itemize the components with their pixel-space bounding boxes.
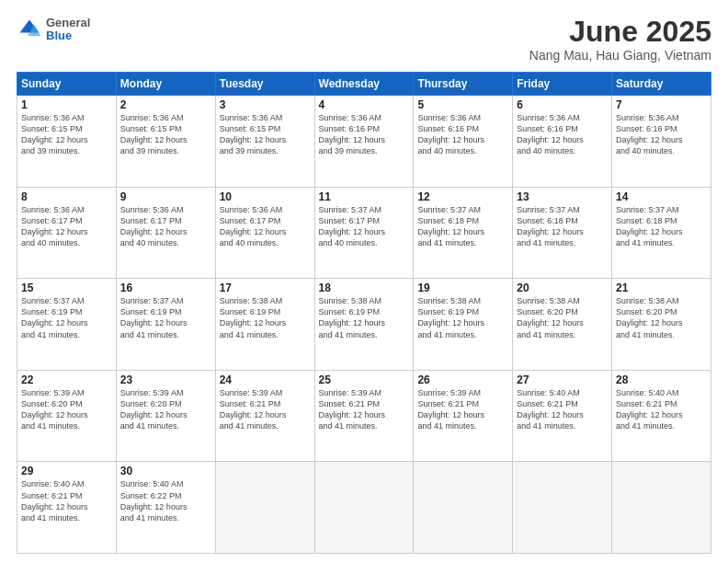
day-info: Sunrise: 5:38 AM Sunset: 6:20 PM Dayligh… bbox=[517, 295, 608, 340]
day-number: 21 bbox=[616, 282, 707, 294]
calendar-cell bbox=[414, 462, 513, 554]
calendar-cell: 3Sunrise: 5:36 AM Sunset: 6:15 PM Daylig… bbox=[215, 96, 314, 188]
calendar-cell: 13Sunrise: 5:37 AM Sunset: 6:18 PM Dayli… bbox=[513, 187, 612, 279]
day-number: 10 bbox=[220, 190, 311, 203]
day-number: 18 bbox=[319, 282, 410, 294]
day-info: Sunrise: 5:39 AM Sunset: 6:21 PM Dayligh… bbox=[417, 387, 508, 432]
day-number: 23 bbox=[120, 373, 211, 386]
day-info: Sunrise: 5:36 AM Sunset: 6:17 PM Dayligh… bbox=[120, 204, 211, 249]
calendar-cell: 9Sunrise: 5:36 AM Sunset: 6:17 PM Daylig… bbox=[116, 187, 215, 279]
day-number: 8 bbox=[21, 190, 112, 203]
weekday-header-wednesday: Wednesday bbox=[314, 73, 414, 96]
weekday-header-thursday: Thursday bbox=[414, 73, 513, 96]
day-info: Sunrise: 5:39 AM Sunset: 6:20 PM Dayligh… bbox=[21, 387, 112, 432]
calendar-cell: 17Sunrise: 5:38 AM Sunset: 6:19 PM Dayli… bbox=[215, 279, 314, 371]
header: General Blue June 2025 Nang Mau, Hau Gia… bbox=[17, 17, 711, 63]
calendar-table: SundayMondayTuesdayWednesdayThursdayFrid… bbox=[17, 72, 711, 554]
day-info: Sunrise: 5:36 AM Sunset: 6:15 PM Dayligh… bbox=[120, 112, 211, 157]
calendar-cell: 22Sunrise: 5:39 AM Sunset: 6:20 PM Dayli… bbox=[17, 370, 117, 462]
weekday-header-saturday: Saturday bbox=[612, 73, 711, 96]
day-number: 3 bbox=[220, 98, 311, 111]
logo-blue: Blue bbox=[46, 29, 90, 42]
day-info: Sunrise: 5:37 AM Sunset: 6:18 PM Dayligh… bbox=[417, 204, 508, 249]
calendar-cell bbox=[612, 462, 711, 554]
day-info: Sunrise: 5:39 AM Sunset: 6:21 PM Dayligh… bbox=[319, 387, 410, 432]
weekday-header-row: SundayMondayTuesdayWednesdayThursdayFrid… bbox=[17, 73, 711, 96]
day-number: 7 bbox=[616, 98, 707, 111]
day-info: Sunrise: 5:38 AM Sunset: 6:19 PM Dayligh… bbox=[220, 295, 311, 340]
page: General Blue June 2025 Nang Mau, Hau Gia… bbox=[0, 0, 728, 563]
day-number: 4 bbox=[319, 98, 410, 111]
day-number: 12 bbox=[417, 190, 508, 203]
calendar-cell: 26Sunrise: 5:39 AM Sunset: 6:21 PM Dayli… bbox=[414, 370, 513, 462]
header-right: June 2025 Nang Mau, Hau Giang, Vietnam bbox=[529, 17, 711, 63]
logo: General Blue bbox=[17, 17, 90, 43]
calendar-cell: 24Sunrise: 5:39 AM Sunset: 6:21 PM Dayli… bbox=[215, 370, 314, 462]
day-number: 2 bbox=[120, 98, 211, 111]
calendar-cell bbox=[215, 462, 314, 554]
calendar-cell: 11Sunrise: 5:37 AM Sunset: 6:17 PM Dayli… bbox=[314, 187, 414, 279]
calendar-week-row: 29Sunrise: 5:40 AM Sunset: 6:21 PM Dayli… bbox=[17, 462, 711, 554]
calendar-cell: 23Sunrise: 5:39 AM Sunset: 6:20 PM Dayli… bbox=[116, 370, 215, 462]
calendar-cell: 29Sunrise: 5:40 AM Sunset: 6:21 PM Dayli… bbox=[17, 462, 117, 554]
day-info: Sunrise: 5:36 AM Sunset: 6:15 PM Dayligh… bbox=[21, 112, 112, 157]
calendar-cell: 7Sunrise: 5:36 AM Sunset: 6:16 PM Daylig… bbox=[612, 96, 711, 188]
day-number: 22 bbox=[21, 373, 112, 386]
calendar-title: June 2025 bbox=[529, 17, 711, 46]
day-info: Sunrise: 5:40 AM Sunset: 6:21 PM Dayligh… bbox=[616, 387, 707, 432]
day-number: 14 bbox=[616, 190, 707, 203]
calendar-week-row: 8Sunrise: 5:36 AM Sunset: 6:17 PM Daylig… bbox=[17, 187, 711, 279]
day-info: Sunrise: 5:36 AM Sunset: 6:17 PM Dayligh… bbox=[21, 204, 112, 249]
day-info: Sunrise: 5:38 AM Sunset: 6:19 PM Dayligh… bbox=[319, 295, 410, 340]
day-number: 24 bbox=[220, 373, 311, 386]
calendar-cell: 4Sunrise: 5:36 AM Sunset: 6:16 PM Daylig… bbox=[314, 96, 414, 188]
calendar-cell: 8Sunrise: 5:36 AM Sunset: 6:17 PM Daylig… bbox=[17, 187, 117, 279]
day-number: 26 bbox=[417, 373, 508, 386]
calendar-week-row: 1Sunrise: 5:36 AM Sunset: 6:15 PM Daylig… bbox=[17, 96, 711, 188]
day-info: Sunrise: 5:36 AM Sunset: 6:16 PM Dayligh… bbox=[517, 112, 608, 157]
calendar-cell: 2Sunrise: 5:36 AM Sunset: 6:15 PM Daylig… bbox=[116, 96, 215, 188]
day-number: 13 bbox=[517, 190, 608, 203]
day-number: 15 bbox=[21, 282, 112, 294]
day-info: Sunrise: 5:37 AM Sunset: 6:19 PM Dayligh… bbox=[21, 295, 112, 340]
day-info: Sunrise: 5:36 AM Sunset: 6:15 PM Dayligh… bbox=[220, 112, 311, 157]
day-number: 27 bbox=[517, 373, 608, 386]
weekday-header-tuesday: Tuesday bbox=[215, 73, 314, 96]
calendar-cell: 30Sunrise: 5:40 AM Sunset: 6:22 PM Dayli… bbox=[116, 462, 215, 554]
day-info: Sunrise: 5:36 AM Sunset: 6:17 PM Dayligh… bbox=[220, 204, 311, 249]
day-number: 5 bbox=[417, 98, 508, 111]
day-info: Sunrise: 5:39 AM Sunset: 6:20 PM Dayligh… bbox=[120, 387, 211, 432]
day-info: Sunrise: 5:37 AM Sunset: 6:19 PM Dayligh… bbox=[120, 295, 211, 340]
calendar-cell: 18Sunrise: 5:38 AM Sunset: 6:19 PM Dayli… bbox=[314, 279, 414, 371]
day-info: Sunrise: 5:39 AM Sunset: 6:21 PM Dayligh… bbox=[220, 387, 311, 432]
calendar-cell: 1Sunrise: 5:36 AM Sunset: 6:15 PM Daylig… bbox=[17, 96, 117, 188]
calendar-cell: 6Sunrise: 5:36 AM Sunset: 6:16 PM Daylig… bbox=[513, 96, 612, 188]
calendar-cell: 25Sunrise: 5:39 AM Sunset: 6:21 PM Dayli… bbox=[314, 370, 414, 462]
calendar-cell: 20Sunrise: 5:38 AM Sunset: 6:20 PM Dayli… bbox=[513, 279, 612, 371]
day-number: 30 bbox=[120, 465, 211, 477]
day-info: Sunrise: 5:36 AM Sunset: 6:16 PM Dayligh… bbox=[616, 112, 707, 157]
day-info: Sunrise: 5:36 AM Sunset: 6:16 PM Dayligh… bbox=[417, 112, 508, 157]
day-number: 25 bbox=[319, 373, 410, 386]
day-number: 20 bbox=[517, 282, 608, 294]
day-number: 29 bbox=[21, 465, 112, 477]
day-number: 19 bbox=[417, 282, 508, 294]
day-number: 28 bbox=[616, 373, 707, 386]
day-number: 1 bbox=[21, 98, 112, 111]
weekday-header-monday: Monday bbox=[116, 73, 215, 96]
calendar-cell: 28Sunrise: 5:40 AM Sunset: 6:21 PM Dayli… bbox=[612, 370, 711, 462]
logo-general: General bbox=[46, 17, 90, 29]
day-info: Sunrise: 5:37 AM Sunset: 6:18 PM Dayligh… bbox=[616, 204, 707, 249]
calendar-cell bbox=[513, 462, 612, 554]
calendar-cell: 10Sunrise: 5:36 AM Sunset: 6:17 PM Dayli… bbox=[215, 187, 314, 279]
logo-icon bbox=[17, 17, 42, 42]
day-info: Sunrise: 5:40 AM Sunset: 6:21 PM Dayligh… bbox=[517, 387, 608, 432]
day-number: 9 bbox=[120, 190, 211, 203]
calendar-cell bbox=[314, 462, 414, 554]
calendar-week-row: 22Sunrise: 5:39 AM Sunset: 6:20 PM Dayli… bbox=[17, 370, 711, 462]
day-info: Sunrise: 5:36 AM Sunset: 6:16 PM Dayligh… bbox=[319, 112, 410, 157]
day-info: Sunrise: 5:37 AM Sunset: 6:18 PM Dayligh… bbox=[517, 204, 608, 249]
day-info: Sunrise: 5:40 AM Sunset: 6:22 PM Dayligh… bbox=[120, 478, 211, 523]
day-number: 16 bbox=[120, 282, 211, 294]
calendar-cell: 12Sunrise: 5:37 AM Sunset: 6:18 PM Dayli… bbox=[414, 187, 513, 279]
